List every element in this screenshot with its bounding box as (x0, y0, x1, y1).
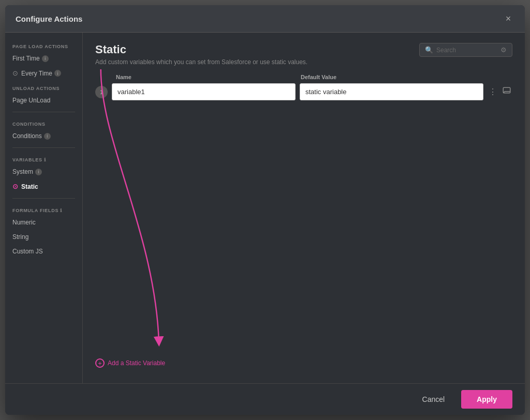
row-menu-button[interactable]: ⋮ (488, 86, 498, 98)
sidebar-item-label: Conditions (12, 132, 42, 140)
add-variable-link[interactable]: + Add a Static Variable (95, 358, 165, 368)
sidebar-item-label: Page UnLoad (12, 97, 50, 104)
modal-title: Configure Actions (16, 14, 82, 23)
add-circle-icon: + (95, 358, 105, 368)
page-load-section-label: PAGE LOAD ACTIONS (5, 39, 82, 51)
sidebar-item-page-unload[interactable]: Page UnLoad (5, 93, 82, 108)
sidebar-item-label: Every Time (21, 70, 52, 77)
sidebar-divider-1 (12, 112, 75, 112)
search-input[interactable] (436, 47, 497, 54)
check-icon-every-time: ⊙ (12, 69, 18, 77)
conditions-section-label: CONDITIONS (5, 116, 82, 129)
content-title-area: Static Add custom variables which you ca… (95, 43, 307, 66)
sidebar-item-label: Static (21, 183, 38, 190)
sidebar-item-custom-js[interactable]: Custom JS (5, 244, 82, 259)
sidebar-item-string[interactable]: String (5, 230, 82, 244)
variable-value-input[interactable] (300, 83, 483, 100)
section-title: Static (95, 43, 307, 56)
sidebar-item-numeric[interactable]: Numeric (5, 215, 82, 230)
info-icon-conditions: i (44, 133, 51, 140)
sidebar: PAGE LOAD ACTIONS First Time i ⊙ Every T… (5, 33, 83, 383)
sidebar-item-label: String (12, 233, 28, 241)
close-button[interactable]: × (502, 12, 514, 25)
column-name-header: Name (116, 74, 288, 80)
search-settings-button[interactable]: ⚙ (500, 46, 507, 54)
sidebar-item-label: Numeric (12, 219, 36, 226)
sidebar-divider-3 (12, 198, 75, 199)
section-description: Add custom variables which you can set f… (95, 58, 307, 66)
column-value-header: Default Value (301, 74, 473, 80)
search-icon: 🔍 (425, 46, 433, 54)
variable-name-input[interactable] (112, 83, 296, 100)
search-box[interactable]: 🔍 ⚙ (419, 43, 512, 57)
sidebar-item-system[interactable]: System i (5, 164, 82, 179)
table-header: Name Default Value (95, 74, 512, 83)
row-comment-button[interactable] (501, 85, 512, 99)
check-icon-static: ⊙ (12, 183, 18, 190)
unload-section-label: UNLOAD ACTIONS (5, 81, 82, 93)
main-content: Static Add custom variables which you ca… (83, 33, 525, 383)
sidebar-item-static[interactable]: ⊙ Static (5, 179, 82, 194)
configure-actions-modal: Configure Actions × PAGE LOAD ACTIONS Fi… (5, 5, 525, 415)
sidebar-item-conditions[interactable]: Conditions i (5, 129, 82, 143)
formula-section-label: FORMULA FIELDS ℹ (5, 203, 82, 215)
content-header: Static Add custom variables which you ca… (95, 43, 512, 66)
add-variable-label: Add a Static Variable (108, 359, 165, 367)
info-icon-system: i (35, 169, 42, 175)
info-icon-first-time: i (42, 55, 49, 62)
sidebar-item-every-time[interactable]: ⊙ Every Time i (5, 66, 82, 81)
modal-body: PAGE LOAD ACTIONS First Time i ⊙ Every T… (5, 33, 525, 383)
sidebar-divider-2 (12, 147, 75, 148)
variable-row: 1 ⋮ (95, 83, 512, 100)
apply-button[interactable]: Apply (461, 390, 512, 409)
info-icon-every-time: i (54, 70, 61, 77)
sidebar-item-first-time[interactable]: First Time i (5, 51, 82, 66)
modal-header: Configure Actions × (5, 5, 525, 33)
row-actions: ⋮ (488, 85, 512, 99)
sidebar-item-label: First Time (12, 55, 40, 62)
sidebar-item-label: System (12, 168, 33, 175)
sidebar-item-label: Custom JS (12, 248, 43, 255)
row-number: 1 (95, 86, 108, 98)
modal-footer: Cancel Apply (5, 383, 525, 415)
cancel-button[interactable]: Cancel (412, 390, 455, 409)
variables-section-label: VARIABLES ℹ (5, 152, 82, 164)
